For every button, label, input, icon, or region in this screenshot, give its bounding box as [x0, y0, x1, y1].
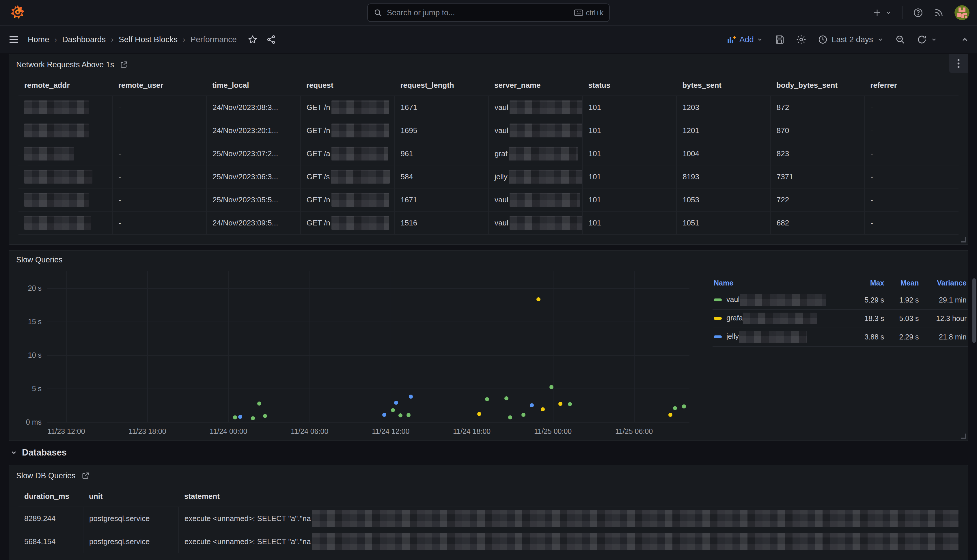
chevron-down-icon	[757, 37, 763, 43]
external-link-icon[interactable]	[82, 472, 90, 480]
breadcrumb-dashboards[interactable]: Dashboards	[62, 35, 106, 44]
scatter-point[interactable]	[263, 414, 267, 418]
column-header[interactable]: remote_user	[113, 75, 207, 96]
save-dashboard-button[interactable]	[775, 35, 784, 45]
external-link-icon[interactable]	[120, 61, 128, 69]
column-header[interactable]: statement	[178, 486, 959, 507]
scatter-point[interactable]	[522, 413, 525, 417]
legend-column-header[interactable]: Name	[712, 276, 850, 291]
section-databases[interactable]: Databases	[10, 447, 67, 458]
legend-max: 3.88 s	[850, 328, 885, 347]
scatter-point[interactable]	[477, 412, 481, 416]
scatter-point[interactable]	[409, 395, 413, 398]
help-button[interactable]	[913, 8, 923, 18]
scatter-point[interactable]	[673, 406, 677, 410]
panel-header[interactable]: Slow DB Queries	[9, 465, 968, 486]
scatter-point[interactable]	[394, 401, 398, 405]
cell-unit: postgresql.service	[83, 530, 178, 553]
breadcrumb-home[interactable]: Home	[28, 35, 49, 44]
scatter-point[interactable]	[669, 413, 672, 417]
search-input[interactable]: Search or jump to... ctrl+k	[367, 3, 610, 22]
breadcrumb-folder[interactable]: Self Host Blocks	[118, 35, 178, 44]
legend-column-header[interactable]: Max	[850, 276, 885, 291]
cell-status: 101	[583, 165, 677, 188]
add-panel-button[interactable]: Add	[727, 35, 763, 44]
scatter-point[interactable]	[238, 415, 242, 419]
scatter-point[interactable]	[382, 413, 386, 417]
column-header[interactable]: remote_addr	[18, 75, 113, 96]
column-header[interactable]: time_local	[207, 75, 300, 96]
column-header[interactable]: request	[300, 75, 395, 96]
panel-menu-button[interactable]	[949, 54, 968, 73]
scatter-point[interactable]	[485, 397, 489, 401]
legend-max: 5.29 s	[850, 291, 885, 310]
zoom-out-time-button[interactable]	[895, 34, 905, 45]
legend-column-header[interactable]: Mean	[885, 276, 920, 291]
cell-referrer: -	[864, 142, 959, 165]
refresh-picker[interactable]	[917, 35, 937, 45]
news-button[interactable]	[934, 8, 944, 18]
y-axis-tick-label: 10 s	[28, 351, 47, 359]
scatter-point[interactable]	[549, 385, 554, 389]
time-range-picker[interactable]: Last 2 days	[818, 35, 884, 45]
scatter-point[interactable]	[398, 413, 402, 417]
scatter-point[interactable]	[568, 402, 572, 406]
panel-network-requests: Network Requests Above 1s remote_addrrem…	[9, 54, 968, 245]
scatter-point[interactable]	[537, 297, 540, 302]
legend-series-name[interactable]: vaul	[712, 291, 850, 310]
share-button[interactable]	[266, 35, 276, 45]
redacted-blur	[332, 193, 389, 207]
x-axis-tick-label: 11/25 06:00	[615, 422, 653, 436]
column-header[interactable]: body_bytes_sent	[770, 75, 865, 96]
panel-resize-handle[interactable]	[961, 237, 966, 242]
redacted-blur	[739, 331, 807, 343]
scatter-point[interactable]	[504, 396, 509, 400]
panel-resize-handle[interactable]	[961, 433, 966, 439]
redacted-blur	[332, 100, 389, 114]
legend-column-header[interactable]: Variance	[920, 276, 968, 291]
cell-body-bytes-sent: 7371	[770, 165, 865, 188]
cell-server-name: jelly	[488, 165, 583, 188]
legend-series-name[interactable]: jelly	[712, 328, 850, 347]
nav-divider	[902, 7, 902, 19]
cell-remote-user: -	[113, 96, 207, 119]
cell-statement: execute <unnamed>: SELECT "a"."na	[178, 530, 959, 553]
cell-status: 101	[583, 211, 677, 234]
legend-series-name[interactable]: grafa	[712, 310, 850, 328]
panel-header[interactable]: Network Requests Above 1s	[9, 54, 968, 75]
scatter-point[interactable]	[407, 413, 410, 417]
scatter-point[interactable]	[391, 408, 395, 412]
x-gridline	[391, 271, 391, 422]
scatter-point[interactable]	[530, 403, 534, 407]
redacted-blur	[510, 100, 582, 114]
scatter-point[interactable]	[251, 416, 255, 420]
mega-menu-button[interactable]	[8, 34, 20, 45]
panel-title: Slow DB Queries	[16, 472, 76, 480]
new-dropdown-button[interactable]	[872, 8, 892, 17]
scatter-point[interactable]	[257, 402, 261, 405]
cell-request-length: 1695	[394, 119, 488, 142]
scatter-point[interactable]	[233, 415, 237, 419]
column-header[interactable]: referrer	[864, 75, 959, 96]
scatter-point[interactable]	[559, 402, 562, 406]
cell-duration-ms: 8289.244	[18, 507, 83, 530]
column-header[interactable]: bytes_sent	[677, 75, 770, 96]
collapse-toolbar-button[interactable]	[961, 35, 969, 43]
table-row: - 24/Nov/2023:08:3... GET /n 1671 vaul 1…	[18, 96, 959, 119]
chevron-down-icon	[885, 10, 892, 16]
column-header[interactable]: unit	[83, 486, 178, 507]
dashboard-settings-button[interactable]	[796, 34, 806, 45]
column-header[interactable]: server_name	[488, 75, 583, 96]
panel-slow-queries: Slow Queries 0 ms5 s10 s15 s20 s11/23 12…	[9, 250, 968, 441]
cell-server-name: vaul	[488, 119, 583, 142]
column-header[interactable]: duration_ms	[18, 486, 83, 507]
legend-scrollbar[interactable]	[972, 278, 976, 343]
user-avatar[interactable]	[954, 5, 969, 20]
scatter-point[interactable]	[541, 407, 545, 411]
grafana-logo-icon[interactable]	[10, 5, 25, 20]
column-header[interactable]: status	[583, 75, 677, 96]
scatter-point[interactable]	[682, 404, 686, 408]
scatter-point[interactable]	[508, 415, 512, 419]
column-header[interactable]: request_length	[394, 75, 488, 96]
favorite-star-button[interactable]	[248, 35, 258, 45]
